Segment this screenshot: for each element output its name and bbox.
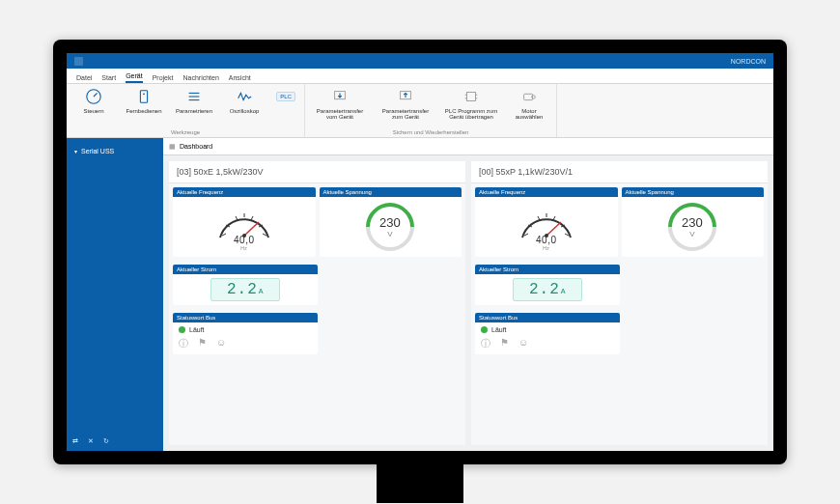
device-title-0: [03] 50xE 1,5kW/230V bbox=[169, 161, 465, 183]
list-icon bbox=[184, 87, 204, 106]
lcd-current-1: 2.2 A bbox=[513, 278, 582, 301]
status-info-icon[interactable]: ⓘ bbox=[179, 337, 188, 350]
curr-unit-1: A bbox=[561, 287, 566, 295]
menu-tab-nachrichten[interactable]: Nachrichten bbox=[182, 72, 218, 83]
ribbon-motor-label: Motor auswählen bbox=[516, 108, 544, 120]
sidebar: ▾ Serial USS ⇄ ✕ ↻ bbox=[67, 138, 163, 451]
ribbon-group-tools-label: Werkzeuge bbox=[72, 129, 298, 135]
tile-current-0: Aktueller Strom 2.2 A bbox=[173, 265, 318, 305]
ribbon-fernbedienen[interactable]: Fernbedienen bbox=[123, 87, 165, 129]
sidebar-item-label: Serial USS bbox=[81, 148, 114, 154]
status-flag-icon[interactable]: ⚑ bbox=[198, 337, 207, 350]
tile-status-1: Statuswort Bus Läuft ⓘ ⚑ bbox=[475, 313, 620, 354]
status-smile-icon[interactable]: ☺ bbox=[216, 337, 226, 350]
sidebar-icon-2[interactable]: ✕ bbox=[88, 437, 94, 445]
device-title-1: [00] 55xP 1,1kW/230V/1 bbox=[471, 161, 768, 183]
remote-icon bbox=[134, 87, 154, 106]
ribbon-group-tools: Steuern Fernbedienen Parametrieren bbox=[67, 84, 305, 137]
freq-unit-1: Hz bbox=[515, 245, 578, 251]
ribbon-paramtransfer-from[interactable]: Parametertransfer vom Gerät bbox=[311, 87, 369, 129]
status-text-0: Läuft bbox=[189, 326, 205, 333]
ribbon-fernbedienen-label: Fernbedienen bbox=[126, 108, 161, 114]
menu-tab-projekt[interactable]: Projekt bbox=[153, 72, 174, 83]
status-smile-icon[interactable]: ☺ bbox=[518, 337, 528, 350]
title-bar: NORDCON bbox=[67, 53, 773, 69]
sidebar-bottom-icons: ⇄ ✕ ↻ bbox=[67, 432, 163, 451]
app-icon bbox=[74, 57, 83, 66]
curr-value-0: 2.2 bbox=[227, 281, 258, 298]
chevron-down-icon: ▾ bbox=[74, 148, 77, 154]
download-icon bbox=[330, 87, 350, 106]
volt-value-1: 230 bbox=[682, 215, 703, 230]
ribbon-paramtransfer-to[interactable]: Parametertransfer zum Gerät bbox=[377, 87, 434, 129]
sidebar-icon-1[interactable]: ⇄ bbox=[72, 437, 78, 445]
content-tabstrip: ▦ Dashboard bbox=[163, 138, 773, 155]
status-flag-icon[interactable]: ⚑ bbox=[500, 337, 509, 350]
plc-badge: PLC bbox=[276, 92, 295, 101]
tile-current-0-head: Aktueller Strom bbox=[173, 265, 318, 274]
dashboard-area: [03] 50xE 1,5kW/230V Aktuelle Frequenz bbox=[163, 155, 773, 451]
tile-voltage-0: Aktuelle Spannung 230 V bbox=[320, 187, 462, 257]
ribbon-group-backup-label: Sichern und Wiederherstellen bbox=[311, 129, 550, 135]
svg-line-32 bbox=[546, 222, 561, 236]
sidebar-item-serial-uss[interactable]: ▾ Serial USS bbox=[72, 144, 157, 158]
ribbon-plc-transfer-label: PLC Programm zum Gerät übertragen bbox=[445, 108, 497, 120]
motor-icon bbox=[519, 87, 539, 106]
tile-voltage-0-head: Aktuelle Spannung bbox=[320, 187, 462, 197]
ribbon-motor[interactable]: Motor auswählen bbox=[508, 87, 550, 129]
gauge-icon bbox=[84, 87, 103, 106]
monitor-frame: NORDCON Datei Start Gerät Projekt Nachri… bbox=[53, 40, 787, 464]
oscilloscope-icon bbox=[235, 87, 254, 106]
plc-icon: PLC bbox=[276, 87, 295, 106]
curr-unit-0: A bbox=[259, 287, 264, 295]
gauge-frequency-0: 40,0 Hz bbox=[212, 203, 276, 251]
ribbon-plc-transfer[interactable]: PLC Programm zum Gerät übertragen bbox=[442, 87, 500, 129]
device-panel-1: [00] 55xP 1,1kW/230V/1 Aktuelle Frequenz bbox=[471, 161, 768, 445]
ribbon-parametrieren[interactable]: Parametrieren bbox=[173, 87, 215, 129]
status-text-1: Läuft bbox=[491, 326, 507, 333]
svg-rect-2 bbox=[140, 91, 147, 103]
ribbon-pt-from-label: Parametertransfer vom Gerät bbox=[317, 108, 363, 120]
ribbon-parametrieren-label: Parametrieren bbox=[176, 108, 212, 114]
ribbon-group-backup: Parametertransfer vom Gerät Parametertra… bbox=[305, 84, 557, 137]
tile-current-1-head: Aktueller Strom bbox=[475, 265, 620, 274]
gauge-frequency-1: 40,0 Hz bbox=[515, 203, 578, 251]
freq-unit-0: Hz bbox=[212, 245, 276, 251]
tile-status-1-head: Statuswort Bus bbox=[475, 313, 620, 322]
freq-value-0: 40,0 bbox=[234, 235, 254, 245]
ribbon-steuern-label: Steuern bbox=[83, 108, 103, 114]
menu-tab-datei[interactable]: Datei bbox=[76, 72, 92, 83]
volt-unit-0: V bbox=[379, 230, 401, 238]
ribbon-steuern[interactable]: Steuern bbox=[72, 87, 115, 129]
tile-voltage-1: Aktuelle Spannung 230 V bbox=[622, 187, 765, 257]
main-area: ▦ Dashboard [03] 50xE 1,5kW/230V Aktuell… bbox=[163, 138, 773, 451]
tile-frequency-0: Aktuelle Frequenz bbox=[173, 187, 316, 257]
ribbon-oszilloskop[interactable]: Oszilloskop bbox=[223, 87, 266, 129]
gauge-voltage-1: 230 V bbox=[662, 201, 722, 253]
status-info-icon[interactable]: ⓘ bbox=[481, 337, 490, 350]
gauge-voltage-0: 230 V bbox=[360, 201, 420, 253]
ribbon-oszilloskop-label: Oszilloskop bbox=[230, 108, 260, 114]
status-dot-icon bbox=[481, 326, 488, 333]
device-panel-0: [03] 50xE 1,5kW/230V Aktuelle Frequenz bbox=[169, 161, 465, 445]
tile-current-1: Aktueller Strom 2.2 A bbox=[475, 265, 620, 305]
svg-point-3 bbox=[143, 93, 145, 95]
svg-rect-9 bbox=[467, 93, 476, 101]
lcd-current-0: 2.2 A bbox=[210, 278, 280, 301]
menu-tab-ansicht[interactable]: Ansicht bbox=[229, 72, 251, 83]
sidebar-icon-3[interactable]: ↻ bbox=[103, 437, 109, 445]
tile-status-0-head: Statuswort Bus bbox=[173, 313, 318, 322]
ribbon: Steuern Fernbedienen Parametrieren bbox=[67, 84, 773, 138]
tab-dashboard[interactable]: Dashboard bbox=[180, 143, 212, 150]
menu-tabs: Datei Start Gerät Projekt Nachrichten An… bbox=[67, 69, 773, 84]
menu-tab-start[interactable]: Start bbox=[101, 72, 116, 83]
svg-line-23 bbox=[244, 222, 259, 236]
chip-icon bbox=[462, 87, 481, 106]
menu-tab-geraet[interactable]: Gerät bbox=[126, 70, 143, 83]
tile-frequency-1: Aktuelle Frequenz bbox=[475, 187, 618, 257]
tile-voltage-1-head: Aktuelle Spannung bbox=[622, 187, 765, 197]
monitor-stand bbox=[377, 464, 463, 503]
status-dot-icon bbox=[179, 326, 185, 333]
volt-value-0: 230 bbox=[379, 215, 401, 230]
ribbon-plc[interactable]: PLC bbox=[273, 87, 298, 129]
